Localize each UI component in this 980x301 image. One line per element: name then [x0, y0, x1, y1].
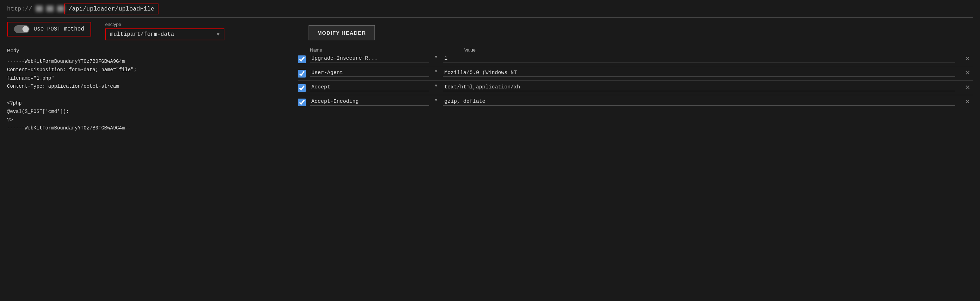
col-name-label: Name	[310, 47, 436, 53]
header-close-3[interactable]: ✕	[962, 83, 973, 91]
controls-row: Use POST method enctype multipart/form-d…	[7, 22, 973, 40]
header-close-4[interactable]: ✕	[962, 98, 973, 105]
header-checkbox-1[interactable]	[298, 56, 306, 63]
header-checkbox-3[interactable]	[298, 84, 306, 92]
header-value-3[interactable]	[443, 83, 955, 91]
enctype-dropdown-arrow: ▼	[217, 32, 220, 37]
body-label: Body	[7, 47, 277, 53]
header-name-dropdown-1[interactable]: ▼	[435, 55, 437, 60]
content-area: Body ------WebKitFormBoundaryYTOz7B0FGBw…	[7, 47, 973, 298]
header-row: ▼ ✕	[298, 83, 973, 95]
enctype-label: enctype	[105, 22, 224, 27]
url-path-box: /api/uploader/uploadFile	[64, 3, 159, 14]
url-bar: http:// ██ ██ ██ /api/uploader/uploadFil…	[7, 3, 973, 18]
url-host: http:// ██ ██ ██	[7, 6, 64, 12]
header-checkbox-4[interactable]	[298, 99, 306, 106]
enctype-select[interactable]: multipart/form-data ▼	[105, 29, 224, 40]
toggle-switch[interactable]	[14, 25, 29, 33]
enctype-value: multipart/form-data	[110, 31, 211, 38]
enctype-group: enctype multipart/form-data ▼	[105, 22, 224, 40]
url-path: /api/uploader/uploadFile	[68, 6, 154, 12]
header-row: ▼ ✕	[298, 55, 973, 66]
col-value-label: Value	[464, 47, 476, 53]
body-content: ------WebKitFormBoundaryYTOz7B0FGBwA9G4m…	[7, 57, 277, 132]
header-close-1[interactable]: ✕	[962, 55, 973, 62]
left-panel: Body ------WebKitFormBoundaryYTOz7B0FGBw…	[7, 47, 288, 298]
header-row: ▼ ✕	[298, 98, 973, 109]
header-value-1[interactable]	[443, 55, 955, 62]
header-value-2[interactable]	[443, 69, 955, 77]
header-name-2[interactable]	[310, 69, 429, 77]
header-name-4[interactable]	[310, 98, 429, 105]
modify-header-button[interactable]: MODIFY HEADER	[309, 25, 375, 40]
header-value-4[interactable]	[443, 98, 955, 105]
header-name-3[interactable]	[310, 83, 429, 91]
header-row: ▼ ✕	[298, 69, 973, 81]
header-col-labels: Name Value	[298, 47, 973, 53]
toggle-label: Use POST method	[33, 26, 84, 32]
header-name-dropdown-2[interactable]: ▼	[435, 69, 437, 74]
header-name-dropdown-4[interactable]: ▼	[435, 98, 437, 103]
header-close-2[interactable]: ✕	[962, 69, 973, 77]
toggle-knob	[22, 26, 29, 32]
header-checkbox-2[interactable]	[298, 70, 306, 78]
header-name-dropdown-3[interactable]: ▼	[435, 83, 437, 88]
use-post-toggle-container[interactable]: Use POST method	[7, 22, 91, 37]
header-name-1[interactable]	[310, 55, 429, 62]
right-panel: Name Value ▼ ✕ ▼ ✕	[288, 47, 973, 298]
